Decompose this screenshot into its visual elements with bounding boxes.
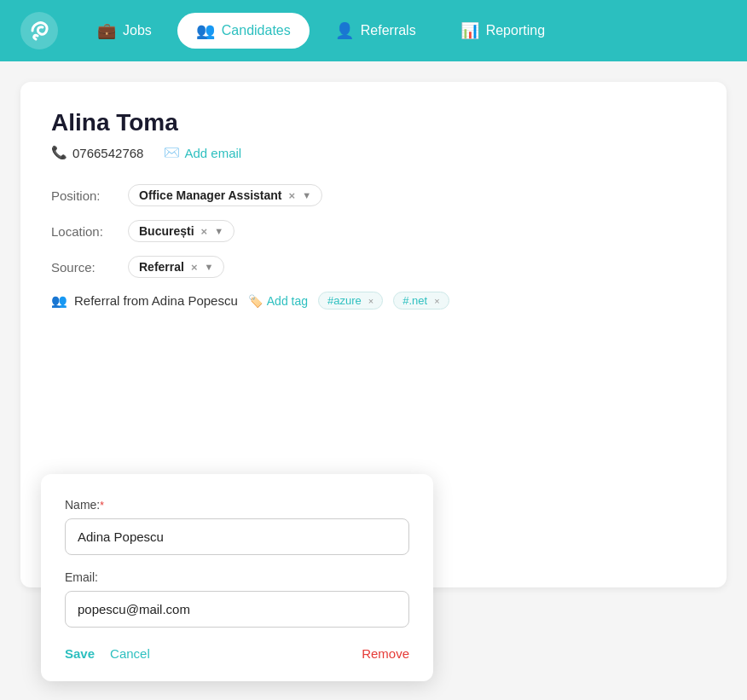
popover-save-button[interactable]: Save bbox=[65, 646, 95, 661]
nav-item-reporting[interactable]: 📊 Reporting bbox=[442, 13, 564, 49]
position-dropdown-icon[interactable]: ▼ bbox=[302, 190, 311, 200]
nav-item-referrals[interactable]: 👤 Referrals bbox=[316, 13, 435, 49]
nav-item-candidates[interactable]: 👥 Candidates bbox=[177, 13, 310, 49]
add-email-label: Add email bbox=[184, 146, 241, 160]
add-tag-label: Add tag bbox=[267, 294, 308, 308]
popover-email-label: Email: bbox=[65, 570, 409, 584]
required-indicator: * bbox=[100, 500, 104, 512]
location-row: Location: București × ▼ bbox=[51, 220, 696, 242]
source-label: Source: bbox=[51, 260, 128, 275]
position-label: Position: bbox=[51, 188, 128, 203]
referral-icon: 👥 bbox=[51, 293, 67, 309]
referral-popover: Name:* Email: Save Cancel Remove bbox=[41, 474, 433, 681]
location-dropdown-icon[interactable]: ▼ bbox=[214, 226, 223, 236]
position-value: Office Manager Assistant bbox=[139, 188, 282, 202]
location-tag[interactable]: București × ▼ bbox=[128, 220, 235, 242]
tag-dotnet-remove[interactable]: × bbox=[434, 296, 439, 306]
source-row: Source: Referral × ▼ bbox=[51, 256, 696, 278]
popover-cancel-button[interactable]: Cancel bbox=[110, 646, 150, 661]
candidates-icon: 👥 bbox=[196, 21, 215, 40]
popover-name-label: Name:* bbox=[65, 498, 409, 512]
logo[interactable] bbox=[20, 12, 58, 49]
tag-azure: #azure × bbox=[318, 292, 383, 310]
phone-icon: 📞 bbox=[51, 145, 67, 160]
tags-row: 👥 Referral from Adina Popescu 🏷️ Add tag… bbox=[51, 292, 696, 310]
candidate-name: Alina Toma bbox=[51, 109, 696, 136]
main-content: Alina Toma 📞 0766542768 ✉️ Add email Pos… bbox=[0, 61, 747, 608]
phone-number: 0766542768 bbox=[72, 146, 143, 160]
position-remove-icon[interactable]: × bbox=[289, 189, 296, 202]
nav-item-jobs[interactable]: 💼 Jobs bbox=[78, 13, 171, 49]
source-dropdown-icon[interactable]: ▼ bbox=[205, 262, 214, 272]
nav-referrals-label: Referrals bbox=[361, 23, 416, 38]
nav-reporting-label: Reporting bbox=[486, 23, 545, 38]
tag-dotnet-text: #.net bbox=[402, 294, 427, 307]
location-label: Location: bbox=[51, 224, 128, 239]
source-tag[interactable]: Referral × ▼ bbox=[128, 256, 224, 278]
tag-azure-text: #azure bbox=[327, 294, 362, 307]
reporting-icon: 📊 bbox=[460, 21, 479, 40]
jobs-icon: 💼 bbox=[97, 21, 116, 40]
referrals-icon: 👤 bbox=[335, 21, 354, 40]
position-row: Position: Office Manager Assistant × ▼ bbox=[51, 184, 696, 206]
popover-name-input[interactable] bbox=[65, 518, 409, 555]
tag-dotnet: #.net × bbox=[393, 292, 449, 310]
svg-point-0 bbox=[20, 12, 58, 49]
nav-jobs-label: Jobs bbox=[123, 23, 152, 38]
location-remove-icon[interactable]: × bbox=[201, 225, 208, 238]
source-value: Referral bbox=[139, 260, 184, 274]
candidate-card: Alina Toma 📞 0766542768 ✉️ Add email Pos… bbox=[20, 82, 727, 587]
location-value: București bbox=[139, 224, 194, 238]
add-email-button[interactable]: ✉️ Add email bbox=[164, 145, 241, 160]
navigation: 💼 Jobs 👥 Candidates 👤 Referrals 📊 Report… bbox=[0, 0, 747, 61]
tag-azure-remove[interactable]: × bbox=[368, 296, 374, 306]
popover-actions: Save Cancel Remove bbox=[65, 646, 409, 661]
nav-candidates-label: Candidates bbox=[222, 23, 291, 38]
email-icon: ✉️ bbox=[164, 145, 180, 160]
contact-row: 📞 0766542768 ✉️ Add email bbox=[51, 145, 696, 160]
source-remove-icon[interactable]: × bbox=[191, 261, 198, 274]
popover-email-input[interactable] bbox=[65, 591, 409, 628]
position-tag[interactable]: Office Manager Assistant × ▼ bbox=[128, 184, 322, 206]
referral-text: Referral from Adina Popescu bbox=[74, 293, 238, 308]
add-tag-button[interactable]: 🏷️ Add tag bbox=[248, 294, 308, 308]
tag-icon: 🏷️ bbox=[248, 294, 263, 308]
popover-remove-button[interactable]: Remove bbox=[362, 646, 409, 661]
referral-info[interactable]: 👥 Referral from Adina Popescu bbox=[51, 293, 238, 309]
phone-display: 📞 0766542768 bbox=[51, 145, 143, 160]
